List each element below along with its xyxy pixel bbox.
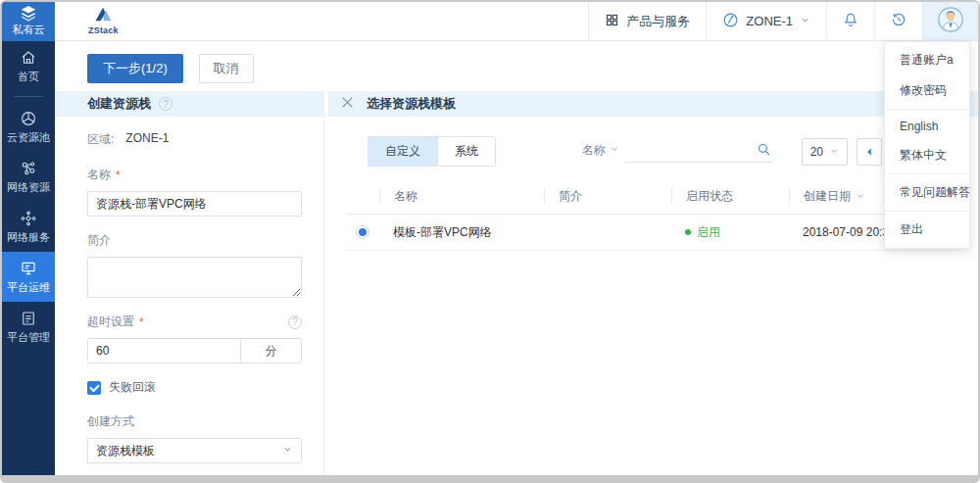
search-field-selector[interactable]: 名称 xyxy=(582,142,619,163)
create-stack-panel: 创建资源栈 ? 区域: ZONE-1 名称 * xyxy=(55,91,324,475)
description-field-label: 简介 xyxy=(87,232,111,249)
close-icon[interactable] xyxy=(340,95,355,113)
menu-item-account[interactable]: 普通账户a xyxy=(885,45,969,75)
cancel-button[interactable]: 取消 xyxy=(199,54,254,83)
zone-selector[interactable]: ZONE-1 xyxy=(706,2,826,40)
template-field-label: 资源栈模板 xyxy=(87,479,146,483)
sidebar-item-platform-operations[interactable]: 平台运维 xyxy=(2,252,55,302)
search-input[interactable] xyxy=(625,142,756,162)
method-select-value: 资源栈模板 xyxy=(96,443,155,459)
description-field[interactable] xyxy=(87,257,302,298)
name-field[interactable] xyxy=(87,191,302,217)
sidebar-item-cloud-pool[interactable]: 云资源池 xyxy=(2,102,55,152)
sidebar-brand-label: 私有云 xyxy=(13,24,45,35)
zone-field-value: ZONE-1 xyxy=(125,131,169,148)
platform-management-icon xyxy=(2,310,55,327)
menu-item-english[interactable]: English xyxy=(885,113,969,140)
column-header-status[interactable]: 启用状态 xyxy=(671,188,789,205)
templates-table: 名称 简介 启用状态 创建日期 xyxy=(346,186,958,251)
user-avatar-button[interactable] xyxy=(922,2,978,40)
search-field-label: 名称 xyxy=(582,142,606,159)
name-field-label: 名称 xyxy=(87,167,111,183)
grid-icon xyxy=(605,13,619,30)
cloud-pool-icon xyxy=(2,110,55,127)
chevron-down-icon xyxy=(610,143,619,157)
products-services-menu[interactable]: 产品与服务 xyxy=(588,2,706,40)
table-row[interactable]: 模板-部署VPC网络 启用 2018-07-09 20:37:50 详情 xyxy=(346,215,958,251)
zstack-logo[interactable]: ZStack xyxy=(88,2,119,40)
arrow-left-icon xyxy=(864,143,874,161)
platform-operations-icon xyxy=(2,260,55,277)
sidebar-item-label: 网络服务 xyxy=(7,231,50,243)
home-icon xyxy=(2,49,55,67)
menu-item-faq[interactable]: 常见问题解答 xyxy=(885,177,969,208)
row-radio-selected[interactable] xyxy=(356,225,369,239)
tab-custom[interactable]: 自定义 xyxy=(368,137,437,166)
sidebar-item-network-services[interactable]: 网络服务 xyxy=(2,202,55,252)
menu-item-traditional-chinese[interactable]: 繁体中文 xyxy=(885,140,969,170)
rollback-checkbox[interactable] xyxy=(87,381,101,395)
status-badge: 启用 xyxy=(685,224,789,241)
network-services-icon xyxy=(2,210,55,227)
zone-field-label: 区域: xyxy=(87,131,114,148)
wizard-toolbar: 下一步(1/2) 取消 xyxy=(55,41,978,91)
menu-divider xyxy=(885,109,969,110)
sidebar-item-label: 平台运维 xyxy=(7,281,50,293)
bell-icon xyxy=(842,11,859,31)
column-header-description[interactable]: 简介 xyxy=(544,188,671,205)
picker-tabs: 自定义 系统 xyxy=(368,136,496,167)
rollback-label: 失败回滚 xyxy=(109,379,156,396)
user-dropdown-menu: 普通账户a 修改密码 English 繁体中文 常见问题解答 登出 xyxy=(884,41,970,249)
picker-title: 选择资源栈模板 xyxy=(367,95,456,113)
required-marker: * xyxy=(139,315,144,329)
timeout-field[interactable] xyxy=(88,339,240,362)
chevron-down-icon xyxy=(282,444,293,458)
create-stack-title: 创建资源栈 xyxy=(87,95,151,113)
menu-divider xyxy=(885,173,969,174)
sidebar-divider xyxy=(14,96,43,97)
zstack-logo-text: ZStack xyxy=(88,25,119,35)
sort-chevron-icon xyxy=(856,190,865,204)
column-header-name[interactable]: 名称 xyxy=(379,188,544,205)
sidebar-item-label: 网络资源 xyxy=(7,181,50,193)
sidebar-item-network-resources[interactable]: 网络资源 xyxy=(2,152,55,202)
row-name: 模板-部署VPC网络 xyxy=(379,224,544,241)
sidebar: 私有云 首页 云资源池 xyxy=(2,2,55,475)
network-resources-icon xyxy=(2,160,55,177)
sidebar-item-label: 平台管理 xyxy=(7,331,50,343)
products-services-label: 产品与服务 xyxy=(626,13,690,30)
layers-icon xyxy=(2,5,55,23)
template-picker-panel: 选择资源栈模板 自定义 系统 名称 xyxy=(328,91,978,475)
avatar-icon xyxy=(938,7,963,35)
menu-item-change-password[interactable]: 修改密码 xyxy=(885,75,969,106)
zone-icon xyxy=(722,12,739,31)
timeout-field-label: 超时设置 xyxy=(87,314,134,330)
method-field-label: 创建方式 xyxy=(87,413,134,430)
sidebar-brand[interactable]: 私有云 xyxy=(2,2,55,41)
required-marker: * xyxy=(116,169,121,182)
sidebar-item-platform-management[interactable]: 平台管理 xyxy=(2,302,55,352)
page-size-select[interactable]: 20 xyxy=(802,138,848,166)
help-icon[interactable]: ? xyxy=(159,97,172,111)
chevron-down-icon xyxy=(829,145,839,159)
previous-page-button[interactable] xyxy=(857,138,882,166)
menu-item-logout[interactable]: 登出 xyxy=(885,215,969,245)
method-select[interactable]: 资源栈模板 xyxy=(87,438,302,463)
zone-label: ZONE-1 xyxy=(746,14,793,28)
timeout-unit: 分 xyxy=(240,339,301,362)
table-header: 名称 简介 启用状态 创建日期 xyxy=(346,186,958,215)
sidebar-item-label: 云资源池 xyxy=(7,131,50,143)
zstack-logo-icon xyxy=(93,7,113,25)
history-clock-icon xyxy=(890,11,907,31)
help-icon[interactable]: ? xyxy=(288,315,302,329)
search-icon[interactable] xyxy=(756,141,772,162)
tab-system[interactable]: 系统 xyxy=(437,137,495,166)
history-button[interactable] xyxy=(874,2,922,40)
notifications-button[interactable] xyxy=(826,2,874,40)
menu-divider xyxy=(885,211,969,212)
rollback-checkbox-row[interactable]: 失败回滚 xyxy=(87,379,302,396)
chevron-down-icon xyxy=(800,14,810,28)
sidebar-item-home[interactable]: 首页 xyxy=(2,41,55,91)
next-step-button[interactable]: 下一步(1/2) xyxy=(87,54,183,83)
topbar: ZStack 产品与服务 xyxy=(55,2,978,41)
